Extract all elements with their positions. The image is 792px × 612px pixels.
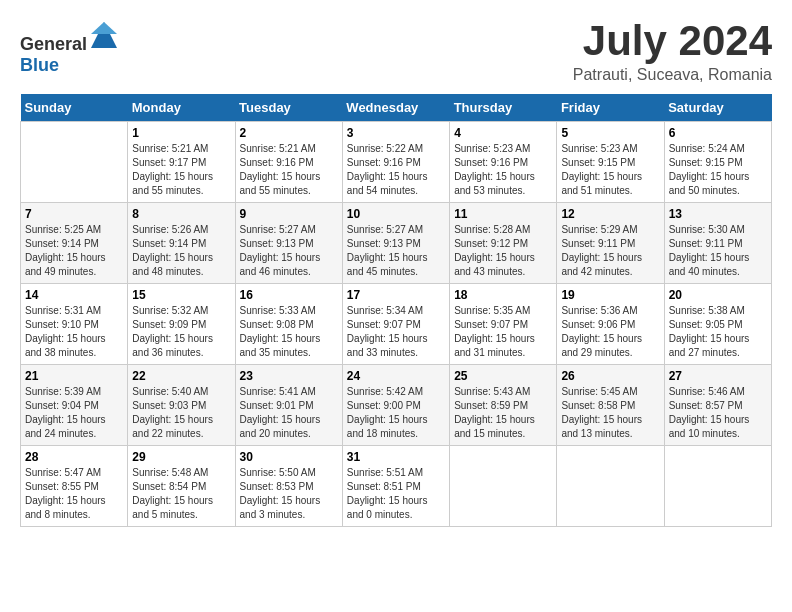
title-area: July 2024 Patrauti, Suceava, Romania <box>573 20 772 84</box>
calendar-cell: 10Sunrise: 5:27 AM Sunset: 9:13 PM Dayli… <box>342 203 449 284</box>
day-info: Sunrise: 5:26 AM Sunset: 9:14 PM Dayligh… <box>132 223 230 279</box>
day-info: Sunrise: 5:51 AM Sunset: 8:51 PM Dayligh… <box>347 466 445 522</box>
day-number: 14 <box>25 288 123 302</box>
day-info: Sunrise: 5:45 AM Sunset: 8:58 PM Dayligh… <box>561 385 659 441</box>
calendar-cell: 9Sunrise: 5:27 AM Sunset: 9:13 PM Daylig… <box>235 203 342 284</box>
svg-marker-1 <box>91 22 117 34</box>
calendar-cell: 17Sunrise: 5:34 AM Sunset: 9:07 PM Dayli… <box>342 284 449 365</box>
calendar-week-row: 21Sunrise: 5:39 AM Sunset: 9:04 PM Dayli… <box>21 365 772 446</box>
day-number: 5 <box>561 126 659 140</box>
calendar-cell: 8Sunrise: 5:26 AM Sunset: 9:14 PM Daylig… <box>128 203 235 284</box>
day-info: Sunrise: 5:27 AM Sunset: 9:13 PM Dayligh… <box>347 223 445 279</box>
col-header-monday: Monday <box>128 94 235 122</box>
day-number: 4 <box>454 126 552 140</box>
calendar-cell: 14Sunrise: 5:31 AM Sunset: 9:10 PM Dayli… <box>21 284 128 365</box>
day-info: Sunrise: 5:43 AM Sunset: 8:59 PM Dayligh… <box>454 385 552 441</box>
day-number: 31 <box>347 450 445 464</box>
day-info: Sunrise: 5:21 AM Sunset: 9:17 PM Dayligh… <box>132 142 230 198</box>
calendar-cell <box>557 446 664 527</box>
calendar-cell: 15Sunrise: 5:32 AM Sunset: 9:09 PM Dayli… <box>128 284 235 365</box>
day-info: Sunrise: 5:22 AM Sunset: 9:16 PM Dayligh… <box>347 142 445 198</box>
day-number: 17 <box>347 288 445 302</box>
calendar-cell: 19Sunrise: 5:36 AM Sunset: 9:06 PM Dayli… <box>557 284 664 365</box>
calendar-cell: 4Sunrise: 5:23 AM Sunset: 9:16 PM Daylig… <box>450 122 557 203</box>
location-text: Patrauti, Suceava, Romania <box>573 66 772 84</box>
logo-blue-text: Blue <box>20 55 59 75</box>
calendar-cell: 23Sunrise: 5:41 AM Sunset: 9:01 PM Dayli… <box>235 365 342 446</box>
day-number: 2 <box>240 126 338 140</box>
day-info: Sunrise: 5:48 AM Sunset: 8:54 PM Dayligh… <box>132 466 230 522</box>
day-info: Sunrise: 5:34 AM Sunset: 9:07 PM Dayligh… <box>347 304 445 360</box>
day-number: 24 <box>347 369 445 383</box>
col-header-friday: Friday <box>557 94 664 122</box>
calendar-cell: 30Sunrise: 5:50 AM Sunset: 8:53 PM Dayli… <box>235 446 342 527</box>
day-number: 19 <box>561 288 659 302</box>
calendar-cell: 5Sunrise: 5:23 AM Sunset: 9:15 PM Daylig… <box>557 122 664 203</box>
calendar-cell: 28Sunrise: 5:47 AM Sunset: 8:55 PM Dayli… <box>21 446 128 527</box>
logo: General Blue <box>20 20 119 76</box>
day-info: Sunrise: 5:32 AM Sunset: 9:09 PM Dayligh… <box>132 304 230 360</box>
day-number: 29 <box>132 450 230 464</box>
logo-general-text: General <box>20 34 87 54</box>
day-number: 12 <box>561 207 659 221</box>
calendar-cell: 31Sunrise: 5:51 AM Sunset: 8:51 PM Dayli… <box>342 446 449 527</box>
day-number: 27 <box>669 369 767 383</box>
header: General Blue July 2024 Patrauti, Suceava… <box>20 20 772 84</box>
day-info: Sunrise: 5:50 AM Sunset: 8:53 PM Dayligh… <box>240 466 338 522</box>
calendar-cell <box>450 446 557 527</box>
calendar-cell <box>21 122 128 203</box>
logo-icon <box>89 20 119 50</box>
day-number: 15 <box>132 288 230 302</box>
day-info: Sunrise: 5:29 AM Sunset: 9:11 PM Dayligh… <box>561 223 659 279</box>
day-number: 26 <box>561 369 659 383</box>
calendar-week-row: 28Sunrise: 5:47 AM Sunset: 8:55 PM Dayli… <box>21 446 772 527</box>
day-info: Sunrise: 5:27 AM Sunset: 9:13 PM Dayligh… <box>240 223 338 279</box>
day-number: 9 <box>240 207 338 221</box>
day-info: Sunrise: 5:36 AM Sunset: 9:06 PM Dayligh… <box>561 304 659 360</box>
calendar-week-row: 14Sunrise: 5:31 AM Sunset: 9:10 PM Dayli… <box>21 284 772 365</box>
calendar-cell: 2Sunrise: 5:21 AM Sunset: 9:16 PM Daylig… <box>235 122 342 203</box>
calendar-table: SundayMondayTuesdayWednesdayThursdayFrid… <box>20 94 772 527</box>
calendar-week-row: 1Sunrise: 5:21 AM Sunset: 9:17 PM Daylig… <box>21 122 772 203</box>
day-info: Sunrise: 5:23 AM Sunset: 9:16 PM Dayligh… <box>454 142 552 198</box>
day-number: 30 <box>240 450 338 464</box>
day-number: 13 <box>669 207 767 221</box>
calendar-cell: 13Sunrise: 5:30 AM Sunset: 9:11 PM Dayli… <box>664 203 771 284</box>
calendar-cell: 24Sunrise: 5:42 AM Sunset: 9:00 PM Dayli… <box>342 365 449 446</box>
col-header-wednesday: Wednesday <box>342 94 449 122</box>
day-info: Sunrise: 5:24 AM Sunset: 9:15 PM Dayligh… <box>669 142 767 198</box>
day-number: 16 <box>240 288 338 302</box>
calendar-cell: 6Sunrise: 5:24 AM Sunset: 9:15 PM Daylig… <box>664 122 771 203</box>
calendar-cell: 12Sunrise: 5:29 AM Sunset: 9:11 PM Dayli… <box>557 203 664 284</box>
day-number: 18 <box>454 288 552 302</box>
calendar-cell: 21Sunrise: 5:39 AM Sunset: 9:04 PM Dayli… <box>21 365 128 446</box>
day-number: 28 <box>25 450 123 464</box>
calendar-cell: 26Sunrise: 5:45 AM Sunset: 8:58 PM Dayli… <box>557 365 664 446</box>
day-number: 20 <box>669 288 767 302</box>
day-info: Sunrise: 5:35 AM Sunset: 9:07 PM Dayligh… <box>454 304 552 360</box>
day-info: Sunrise: 5:38 AM Sunset: 9:05 PM Dayligh… <box>669 304 767 360</box>
day-info: Sunrise: 5:46 AM Sunset: 8:57 PM Dayligh… <box>669 385 767 441</box>
calendar-header-row: SundayMondayTuesdayWednesdayThursdayFrid… <box>21 94 772 122</box>
day-info: Sunrise: 5:47 AM Sunset: 8:55 PM Dayligh… <box>25 466 123 522</box>
day-info: Sunrise: 5:23 AM Sunset: 9:15 PM Dayligh… <box>561 142 659 198</box>
day-info: Sunrise: 5:33 AM Sunset: 9:08 PM Dayligh… <box>240 304 338 360</box>
day-number: 25 <box>454 369 552 383</box>
calendar-cell: 16Sunrise: 5:33 AM Sunset: 9:08 PM Dayli… <box>235 284 342 365</box>
day-number: 8 <box>132 207 230 221</box>
day-number: 1 <box>132 126 230 140</box>
day-info: Sunrise: 5:41 AM Sunset: 9:01 PM Dayligh… <box>240 385 338 441</box>
day-info: Sunrise: 5:31 AM Sunset: 9:10 PM Dayligh… <box>25 304 123 360</box>
calendar-cell: 11Sunrise: 5:28 AM Sunset: 9:12 PM Dayli… <box>450 203 557 284</box>
day-number: 11 <box>454 207 552 221</box>
day-info: Sunrise: 5:25 AM Sunset: 9:14 PM Dayligh… <box>25 223 123 279</box>
calendar-cell <box>664 446 771 527</box>
day-info: Sunrise: 5:42 AM Sunset: 9:00 PM Dayligh… <box>347 385 445 441</box>
calendar-cell: 22Sunrise: 5:40 AM Sunset: 9:03 PM Dayli… <box>128 365 235 446</box>
calendar-cell: 27Sunrise: 5:46 AM Sunset: 8:57 PM Dayli… <box>664 365 771 446</box>
day-info: Sunrise: 5:28 AM Sunset: 9:12 PM Dayligh… <box>454 223 552 279</box>
col-header-tuesday: Tuesday <box>235 94 342 122</box>
day-number: 6 <box>669 126 767 140</box>
calendar-cell: 20Sunrise: 5:38 AM Sunset: 9:05 PM Dayli… <box>664 284 771 365</box>
calendar-week-row: 7Sunrise: 5:25 AM Sunset: 9:14 PM Daylig… <box>21 203 772 284</box>
